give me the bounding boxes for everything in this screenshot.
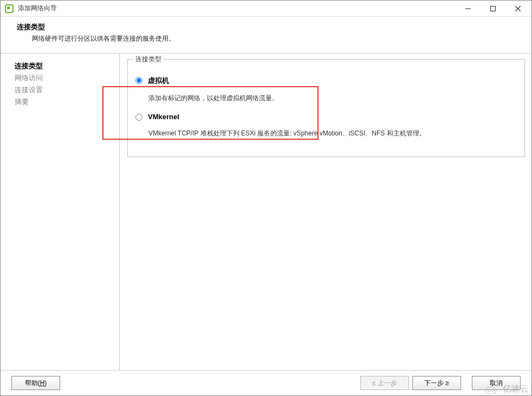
minimize-button[interactable] [456, 1, 481, 16]
option-vmkernel-radio[interactable] [135, 114, 142, 121]
maximize-button[interactable] [481, 1, 505, 16]
option-vm-desc: 添加有标记的网络，以处理虚拟机网络流量。 [148, 93, 517, 103]
dialog-window: 添加网络向导 连接类型 网络硬件可进行分区以供各需要连接的服务使用。 连接类型 … [0, 0, 532, 396]
step-summary[interactable]: 摘要 [15, 96, 114, 108]
next-button[interactable]: 下一步 ≥ [412, 376, 461, 390]
page-title: 连接类型 [17, 22, 521, 32]
page-subtitle: 网络硬件可进行分区以供各需要连接的服务使用。 [17, 34, 521, 43]
step-connection-settings[interactable]: 连接设置 [15, 84, 114, 96]
option-vm-row[interactable]: 虚拟机 [135, 75, 517, 89]
option-vmkernel-row[interactable]: VMkernel [135, 112, 517, 124]
option-vmkernel-desc: VMkernel TCP/IP 堆栈处理下列 ESXi 服务的流量: vSphe… [148, 128, 517, 138]
step-connection-type[interactable]: 连接类型 [15, 60, 114, 72]
option-vm-radio[interactable] [135, 77, 142, 84]
wizard-steps-sidebar: 连接类型 网络访问 连接设置 摘要 [1, 54, 120, 370]
wizard-header: 连接类型 网络硬件可进行分区以供各需要连接的服务使用。 [1, 17, 531, 54]
window-controls [456, 1, 530, 16]
app-icon [5, 4, 14, 13]
window-title: 添加网络向导 [18, 4, 456, 13]
titlebar: 添加网络向导 [1, 1, 531, 17]
wizard-content: 连接类型 虚拟机 添加有标记的网络，以处理虚拟机网络流量。 VMkernel V… [120, 54, 531, 370]
step-network-access[interactable]: 网络访问 [15, 72, 114, 84]
svg-rect-3 [491, 6, 496, 11]
help-button[interactable]: 帮助(H) [11, 376, 60, 390]
cancel-button[interactable]: 取消 [472, 376, 521, 390]
svg-rect-1 [7, 7, 10, 9]
wizard-body: 连接类型 网络访问 连接设置 摘要 连接类型 虚拟机 添加有标记的网络，以处理虚… [1, 54, 531, 370]
close-button[interactable] [505, 1, 530, 16]
option-vm-label: 虚拟机 [148, 76, 169, 86]
option-vmkernel-label: VMkernel [148, 113, 179, 121]
wizard-footer: 帮助(H) ≤ 上一步 下一步 ≥ 取消 [1, 370, 531, 395]
back-button[interactable]: ≤ 上一步 [360, 376, 409, 390]
group-legend: 连接类型 [133, 55, 164, 64]
connection-type-group: 连接类型 虚拟机 添加有标记的网络，以处理虚拟机网络流量。 VMkernel V… [127, 59, 525, 157]
